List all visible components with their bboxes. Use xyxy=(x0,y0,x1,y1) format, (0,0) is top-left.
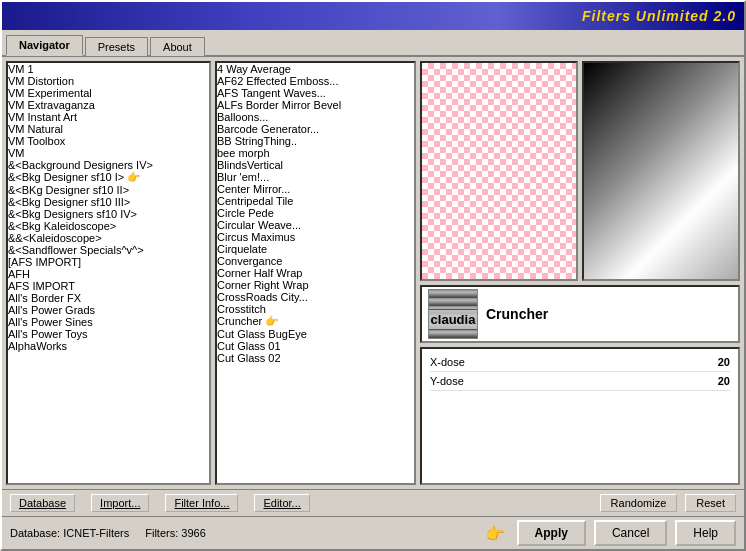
category-list[interactable]: VM 1VM DistortionVM ExperimentalVM Extra… xyxy=(6,61,211,485)
filter-list-item[interactable]: Cut Glass 01 xyxy=(217,340,414,352)
category-list-item[interactable]: &&<Kaleidoscope> xyxy=(8,232,209,244)
database-button[interactable]: Database xyxy=(10,494,75,512)
param-row: X-dose20 xyxy=(430,353,730,372)
category-list-item[interactable]: &<BKg Designer sf10 II> xyxy=(8,184,209,196)
gradient-preview xyxy=(584,63,738,279)
preview-before xyxy=(420,61,578,281)
filter-list-item[interactable]: ALFs Border Mirror Bevel xyxy=(217,99,414,111)
param-row: Y-dose20 xyxy=(430,372,730,391)
filter-icon: claudia xyxy=(428,289,478,339)
category-list-item[interactable]: &<Bkg Designers sf10 IV> xyxy=(8,208,209,220)
category-list-item[interactable]: VM Experimental xyxy=(8,87,209,99)
title-bar-text: Filters Unlimited 2.0 xyxy=(582,8,736,24)
tab-about[interactable]: About xyxy=(150,37,205,56)
category-list-item[interactable]: VM xyxy=(8,147,209,159)
filter-list-item[interactable]: Cut Glass 02 xyxy=(217,352,414,364)
claudia-overlay-text: claudia xyxy=(429,309,477,330)
filter-list-item[interactable]: Convergance xyxy=(217,255,414,267)
filter-list-item[interactable]: BlindsVertical xyxy=(217,159,414,171)
main-content: VM 1VM DistortionVM ExperimentalVM Extra… xyxy=(2,57,744,489)
reset-button[interactable]: Reset xyxy=(685,494,736,512)
filter-list-item[interactable]: Barcode Generator... xyxy=(217,123,414,135)
action-buttons: 👉 Apply Cancel Help xyxy=(485,520,736,546)
status-filters: Filters: 3966 xyxy=(145,527,206,539)
preview-area xyxy=(420,61,740,281)
apply-arrow-icon: 👉 xyxy=(485,524,505,543)
category-list-item[interactable]: VM Toolbox xyxy=(8,135,209,147)
filter-list-item[interactable]: Circus Maximus xyxy=(217,231,414,243)
title-bar: Filters Unlimited 2.0 xyxy=(2,2,744,30)
rand-reset-area: Randomize Reset xyxy=(600,494,736,512)
category-list-item[interactable]: VM Natural xyxy=(8,123,209,135)
database-label: Database: xyxy=(10,527,60,539)
category-list-item[interactable]: All's Border FX xyxy=(8,292,209,304)
filter-list-item[interactable]: BB StringThing.. xyxy=(217,135,414,147)
tab-navigator[interactable]: Navigator xyxy=(6,35,83,56)
filter-list-item[interactable]: Center Mirror... xyxy=(217,183,414,195)
category-list-item[interactable]: &<Bkg Kaleidoscope> xyxy=(8,220,209,232)
category-list-item[interactable]: [AFS IMPORT] xyxy=(8,256,209,268)
category-list-item[interactable]: All's Power Sines xyxy=(8,316,209,328)
filter-list-item[interactable]: Centripedal Tile xyxy=(217,195,414,207)
category-panel: VM 1VM DistortionVM ExperimentalVM Extra… xyxy=(6,61,211,485)
filter-list-item[interactable]: AFS Tangent Waves... xyxy=(217,87,414,99)
category-list-item[interactable]: All's Power Grads xyxy=(8,304,209,316)
category-list-item[interactable]: VM 1 xyxy=(8,63,209,75)
category-list-item[interactable]: VM Instant Art xyxy=(8,111,209,123)
claudia-preview-small: claudia xyxy=(429,290,477,338)
filter-list-item[interactable]: Cruncher 👉 xyxy=(217,315,414,328)
filter-list-item[interactable]: Circular Weave... xyxy=(217,219,414,231)
bottom-toolbar: Database Import... Filter Info... Editor… xyxy=(2,489,744,516)
status-database: Database: ICNET-Filters xyxy=(10,527,129,539)
current-filter-name: Cruncher xyxy=(486,306,548,322)
filter-info-button[interactable]: Filter Info... xyxy=(165,494,238,512)
filter-name-bar: claudia Cruncher xyxy=(420,285,740,343)
tab-presets[interactable]: Presets xyxy=(85,37,148,56)
param-label: X-dose xyxy=(430,356,700,368)
checkerboard-pattern xyxy=(422,63,576,279)
database-value: ICNET-Filters xyxy=(63,527,129,539)
category-list-item[interactable]: AFS IMPORT xyxy=(8,280,209,292)
editor-button[interactable]: Editor... xyxy=(254,494,309,512)
randomize-button[interactable]: Randomize xyxy=(600,494,678,512)
filter-list-item[interactable]: Crosstitch xyxy=(217,303,414,315)
param-value: 20 xyxy=(700,356,730,368)
category-list-item[interactable]: &<Bkg Designer sf10 I> 👉 xyxy=(8,171,209,184)
params-panel: X-dose20Y-dose20 xyxy=(420,347,740,485)
category-list-item[interactable]: VM Extravaganza xyxy=(8,99,209,111)
import-button[interactable]: Import... xyxy=(91,494,149,512)
filter-list-item[interactable]: Cut Glass BugEye xyxy=(217,328,414,340)
category-list-item[interactable]: AlphaWorks xyxy=(8,340,209,352)
help-button[interactable]: Help xyxy=(675,520,736,546)
status-bar: Database: ICNET-Filters Filters: 3966 👉 … xyxy=(2,516,744,549)
param-value: 20 xyxy=(700,375,730,387)
main-window: Filters Unlimited 2.0 Navigator Presets … xyxy=(0,0,746,551)
param-label: Y-dose xyxy=(430,375,700,387)
filter-list-item[interactable]: Circle Pede xyxy=(217,207,414,219)
category-list-item[interactable]: AFH xyxy=(8,268,209,280)
apply-button[interactable]: Apply xyxy=(517,520,586,546)
filters-label: Filters: xyxy=(145,527,178,539)
category-list-item[interactable]: &<Sandflower Specials^v^> xyxy=(8,244,209,256)
filter-list-item[interactable]: Corner Right Wrap xyxy=(217,279,414,291)
preview-after xyxy=(582,61,740,281)
filter-list-item[interactable]: bee morph xyxy=(217,147,414,159)
right-panel: claudia Cruncher X-dose20Y-dose20 xyxy=(420,61,740,485)
category-list-item[interactable]: VM Distortion xyxy=(8,75,209,87)
cancel-button[interactable]: Cancel xyxy=(594,520,667,546)
filter-list-item[interactable]: Balloons... xyxy=(217,111,414,123)
category-list-item[interactable]: All's Power Toys xyxy=(8,328,209,340)
category-list-item[interactable]: &<Bkg Designer sf10 III> xyxy=(8,196,209,208)
filters-value: 3966 xyxy=(181,527,205,539)
filter-list-item[interactable]: Corner Half Wrap xyxy=(217,267,414,279)
category-list-item[interactable]: &<Background Designers IV> xyxy=(8,159,209,171)
filter-list[interactable]: 4 Way AverageAF62 Effected Emboss...AFS … xyxy=(215,61,416,485)
filter-list-item[interactable]: AF62 Effected Emboss... xyxy=(217,75,414,87)
filter-list-item[interactable]: 4 Way Average xyxy=(217,63,414,75)
filter-panel: 4 Way AverageAF62 Effected Emboss...AFS … xyxy=(215,61,416,485)
filter-list-item[interactable]: Blur 'em!... xyxy=(217,171,414,183)
filter-list-item[interactable]: CrossRoads City... xyxy=(217,291,414,303)
tabs-bar: Navigator Presets About xyxy=(2,30,744,57)
filter-list-item[interactable]: Cirquelate xyxy=(217,243,414,255)
